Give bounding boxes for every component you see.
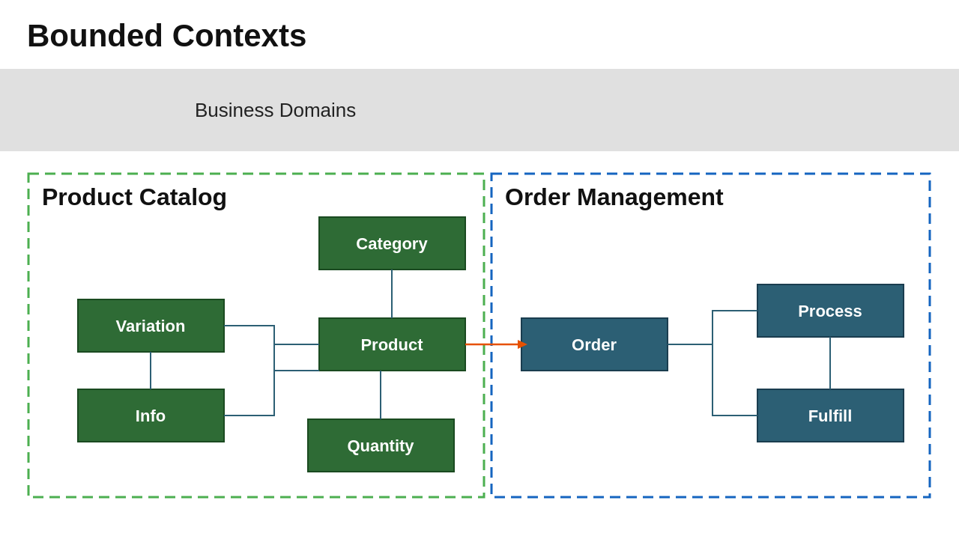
diagram-svg: Product Catalog Order Management Categor…: [27, 172, 934, 502]
page-title: Bounded Contexts: [0, 0, 959, 69]
order-management-title: Order Management: [505, 183, 724, 210]
order-label: Order: [572, 335, 617, 354]
quantity-label: Quantity: [347, 436, 414, 455]
process-label: Process: [798, 302, 862, 320]
banner-label: Business Domains: [195, 99, 356, 122]
category-label: Category: [356, 234, 428, 253]
banner: Business Domains: [0, 69, 959, 151]
info-label: Info: [136, 407, 166, 425]
fulfill-label: Fulfill: [808, 407, 853, 425]
variation-label: Variation: [116, 317, 186, 335]
product-label: Product: [360, 335, 423, 354]
product-catalog-title: Product Catalog: [42, 183, 227, 210]
